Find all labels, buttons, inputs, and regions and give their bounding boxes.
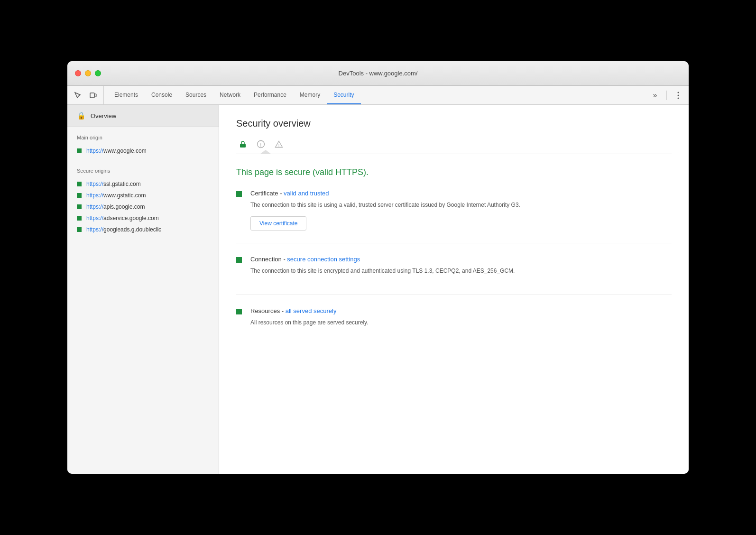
secure-origin-url-3[interactable]: https://adservice.google.com — [86, 215, 159, 221]
connection-title: Connection - secure connection settings — [250, 256, 672, 263]
resources-content: Resources - all served securely All reso… — [250, 307, 672, 334]
resources-description: All resources on this page are served se… — [250, 318, 672, 327]
svg-text:i: i — [260, 142, 262, 148]
sidebar: 🔒 Overview Main origin https://www.googl… — [67, 105, 219, 474]
more-options-button[interactable] — [672, 89, 685, 102]
certificate-indicator — [236, 191, 242, 197]
inspect-element-icon[interactable] — [71, 89, 84, 102]
overview-label: Overview — [91, 112, 116, 120]
window-title: DevTools - www.google.com/ — [339, 70, 418, 77]
tab-security[interactable]: Security — [327, 86, 360, 104]
info-tab-icon[interactable]: i — [254, 138, 267, 151]
main-origin-heading: Main origin — [77, 135, 209, 140]
svg-rect-5 — [240, 144, 246, 148]
tab-performance[interactable]: Performance — [247, 86, 293, 104]
svg-rect-0 — [90, 93, 94, 98]
section-divider-2 — [236, 295, 672, 295]
sidebar-origin-2[interactable]: https://apis.google.com — [77, 201, 209, 212]
secure-origins-heading: Secure origins — [77, 168, 209, 174]
traffic-lights — [75, 70, 101, 76]
security-icon-row: i ! — [236, 138, 672, 154]
maximize-button[interactable] — [95, 70, 101, 76]
svg-text:!: ! — [278, 143, 280, 148]
connection-indicator — [236, 257, 242, 263]
resources-status: all served securely — [286, 307, 337, 314]
toolbar-end: » — [648, 86, 685, 104]
secure-origin-url-0[interactable]: https://ssl.gstatic.com — [86, 181, 141, 187]
section-divider-1 — [236, 243, 672, 243]
minimize-button[interactable] — [85, 70, 91, 76]
certificate-title: Certificate - valid and trusted — [250, 190, 672, 197]
svg-point-3 — [678, 94, 679, 96]
certificate-section: Certificate - valid and trusted The conn… — [236, 190, 672, 231]
sidebar-secure-origins-section: Secure origins https://ssl.gstatic.com h… — [67, 160, 219, 239]
origin-secure-indicator — [77, 227, 82, 232]
warning-tab-icon[interactable]: ! — [272, 138, 286, 151]
origin-secure-indicator — [77, 182, 82, 186]
secure-origin-url-2[interactable]: https://apis.google.com — [86, 203, 145, 210]
svg-rect-1 — [95, 94, 96, 97]
secure-origin-url-1[interactable]: https://www.gstatic.com — [86, 192, 146, 199]
tab-memory[interactable]: Memory — [293, 86, 327, 104]
main-content: 🔒 Overview Main origin https://www.googl… — [67, 105, 689, 474]
titlebar: DevTools - www.google.com/ — [67, 61, 689, 86]
more-tabs-button[interactable]: » — [648, 89, 662, 102]
close-button[interactable] — [75, 70, 81, 76]
tab-sources[interactable]: Sources — [179, 86, 213, 104]
resources-section: Resources - all served securely All reso… — [236, 307, 672, 334]
tab-console[interactable]: Console — [145, 86, 179, 104]
connection-status: secure connection settings — [287, 256, 360, 263]
sidebar-item-overview[interactable]: 🔒 Overview — [67, 105, 219, 127]
sidebar-origin-main[interactable]: https://www.google.com — [77, 145, 209, 157]
resources-indicator — [236, 309, 242, 314]
tab-network[interactable]: Network — [213, 86, 247, 104]
certificate-content: Certificate - valid and trusted The conn… — [250, 190, 672, 231]
lock-tab-icon[interactable] — [236, 138, 249, 151]
resources-title: Resources - all served securely — [250, 307, 672, 314]
tab-elements[interactable]: Elements — [108, 86, 145, 104]
detail-panel: Security overview i — [219, 105, 689, 474]
toolbar: Elements Console Sources Network Perform… — [67, 86, 689, 105]
secure-origin-url-4[interactable]: https://googleads.g.doubleclic — [86, 226, 161, 233]
secure-headline: This page is secure (valid HTTPS). — [236, 167, 672, 177]
detail-title: Security overview — [236, 118, 672, 129]
sidebar-origin-0[interactable]: https://ssl.gstatic.com — [77, 178, 209, 190]
origin-secure-indicator — [77, 148, 82, 153]
devtools-window: DevTools - www.google.com/ Elements Cons… — [67, 61, 689, 474]
lock-icon: 🔒 — [77, 111, 86, 120]
sidebar-origin-3[interactable]: https://adservice.google.com — [77, 212, 209, 224]
origin-secure-indicator — [77, 216, 82, 221]
view-certificate-button[interactable]: View certificate — [250, 216, 306, 231]
sidebar-origin-4[interactable]: https://googleads.g.doubleclic — [77, 224, 209, 235]
main-origin-url[interactable]: https://www.google.com — [86, 148, 147, 154]
origin-secure-indicator — [77, 193, 82, 198]
connection-section: Connection - secure connection settings … — [236, 256, 672, 282]
sidebar-origin-1[interactable]: https://www.gstatic.com — [77, 190, 209, 201]
device-toggle-icon[interactable] — [86, 89, 100, 102]
tab-list: Elements Console Sources Network Perform… — [108, 86, 361, 104]
svg-point-2 — [678, 92, 679, 93]
certificate-description: The connection to this site is using a v… — [250, 201, 672, 210]
connection-content: Connection - secure connection settings … — [250, 256, 672, 282]
certificate-status: valid and trusted — [284, 190, 329, 197]
sidebar-main-origin-section: Main origin https://www.google.com — [67, 127, 219, 160]
svg-point-4 — [678, 97, 679, 99]
toolbar-icon-group — [71, 86, 104, 104]
origin-secure-indicator — [77, 204, 82, 209]
connection-description: The connection to this site is encrypted… — [250, 267, 672, 276]
